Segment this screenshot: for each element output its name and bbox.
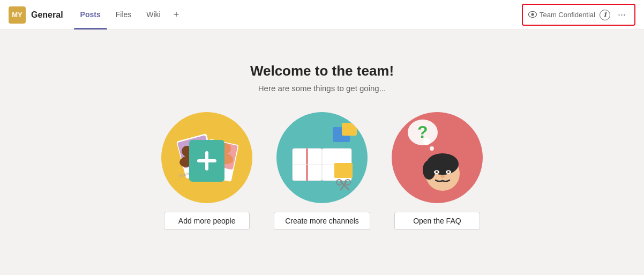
tab-wiki[interactable]: Wiki bbox=[140, 0, 167, 29]
create-channels-card: Create more channels bbox=[274, 112, 370, 230]
open-faq-illustration: ? bbox=[392, 112, 483, 203]
open-faq-button[interactable]: Open the FAQ bbox=[394, 212, 480, 230]
add-tab-button[interactable]: + bbox=[169, 0, 184, 29]
nav-tabs: Posts Files Wiki + bbox=[74, 0, 184, 29]
welcome-subtitle: Here are some things to get going... bbox=[258, 84, 386, 93]
svg-point-35 bbox=[430, 146, 434, 151]
header: MY General Posts Files Wiki + Team Confi… bbox=[0, 0, 644, 30]
tab-files[interactable]: Files bbox=[109, 0, 138, 29]
svg-text:?: ? bbox=[417, 122, 428, 142]
channel-name: General bbox=[31, 10, 63, 20]
svg-point-33 bbox=[447, 171, 450, 173]
open-faq-card: ? Open the FAQ bbox=[392, 112, 483, 230]
add-people-card: Maxine Lily Add more people bbox=[161, 112, 252, 230]
add-people-button[interactable]: Add more people bbox=[164, 212, 250, 230]
add-people-illustration: Maxine Lily bbox=[161, 112, 252, 203]
svg-rect-21 bbox=[342, 123, 357, 136]
welcome-title: Welcome to the team! bbox=[250, 63, 394, 79]
info-icon[interactable]: ℹ bbox=[600, 10, 610, 20]
more-options-button[interactable]: ··· bbox=[615, 8, 629, 21]
header-right: Team Confidential ℹ ··· bbox=[522, 4, 635, 26]
svg-rect-22 bbox=[334, 163, 353, 178]
privacy-badge: Team Confidential bbox=[528, 11, 595, 19]
main-content: Welcome to the team! Here are some thing… bbox=[0, 30, 644, 275]
svg-point-32 bbox=[436, 171, 438, 173]
svg-point-1 bbox=[531, 13, 534, 16]
tab-posts[interactable]: Posts bbox=[74, 0, 107, 29]
privacy-label: Team Confidential bbox=[540, 11, 595, 19]
create-channels-illustration bbox=[276, 112, 368, 203]
create-channels-button[interactable]: Create more channels bbox=[274, 212, 370, 230]
svg-point-29 bbox=[423, 160, 436, 180]
svg-point-34 bbox=[440, 175, 445, 178]
team-avatar: MY bbox=[9, 6, 26, 24]
eye-icon bbox=[528, 11, 537, 19]
cards-row: Maxine Lily Add more people bbox=[161, 112, 483, 230]
